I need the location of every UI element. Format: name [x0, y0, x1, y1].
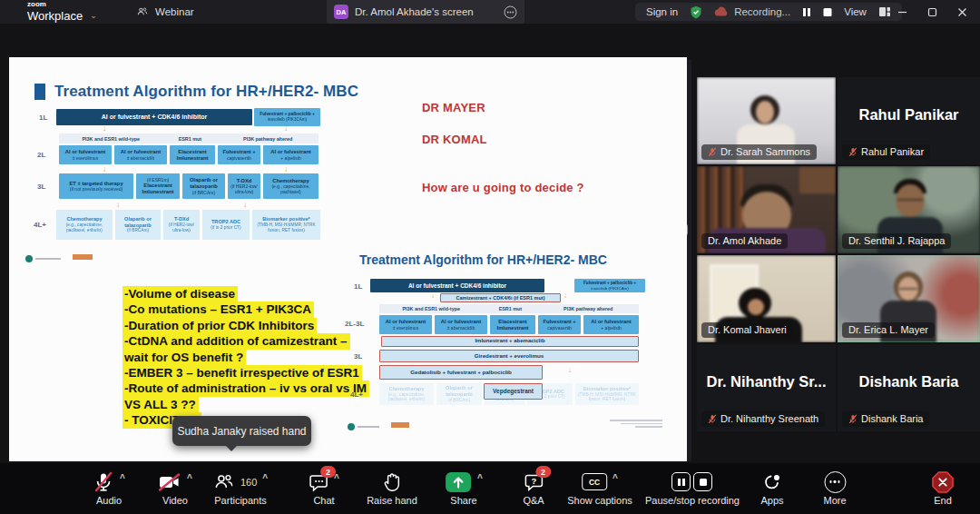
more-options-icon[interactable]	[504, 5, 517, 19]
stop-recording-icon[interactable]	[693, 472, 712, 491]
algo2-row-1l: AI or fulvestrant + CDK4/6 inhibitor	[370, 279, 544, 292]
raise-hand-button[interactable]: Raise hand	[367, 470, 417, 506]
logo-icon	[348, 423, 355, 430]
algo2-title: Treatment Algorithm for HR+/HER2- MBC	[359, 252, 607, 267]
end-meeting-icon	[931, 470, 955, 494]
note-line: -Co mutations – ESR1 + PIK3CA	[122, 301, 314, 317]
down-arrow-icon	[116, 201, 121, 209]
stop-recording-icon[interactable]	[823, 7, 832, 17]
recording-cloud-icon	[714, 6, 729, 17]
video-tile-erica-mayer[interactable]: Dr. Erica L. Mayer	[838, 255, 980, 342]
title-bullet	[34, 84, 45, 100]
imlunestrant-abemaciclib-box: Imlunestrant + abemaciclib	[381, 336, 639, 347]
close-icon[interactable]	[957, 7, 967, 17]
algo2-group-headers: PI3K and ESR1 wild-type ESR1 mut PI3K pa…	[379, 304, 639, 313]
audio-button[interactable]: Audio	[93, 470, 125, 506]
participants-button[interactable]: 160 Participants	[213, 470, 268, 506]
maximize-icon[interactable]	[927, 7, 937, 17]
svg-text:?: ?	[531, 476, 536, 486]
note-line: -Route of administration – iv vs oral vs…	[122, 381, 369, 396]
giredestrant-everolimus-box: Giredestrant + everolimus	[379, 350, 639, 362]
chevron-up-icon[interactable]	[477, 473, 483, 483]
algo1-row-1l: AI or fulvestrant + CDK4/6 inhibitor	[56, 109, 252, 125]
captions-button[interactable]: Show captions	[567, 470, 632, 506]
down-arrow-icon	[284, 124, 289, 133]
highlighted-notes: -Volume of disease -Co mutations – ESR1 …	[122, 286, 369, 429]
fine-print	[610, 420, 662, 428]
algo-box: T-DXd(if HER2-low/ ultra-low)	[163, 210, 200, 240]
video-tile-komal-jhaveri[interactable]: Dr. Komal Jhaveri	[697, 255, 836, 342]
video-tile-sarah-sammons[interactable]: Dr. Sarah Sammons	[697, 77, 836, 164]
chevron-down-icon[interactable]: ⌄	[90, 11, 97, 20]
sign-in-button[interactable]: Sign in	[646, 6, 678, 17]
mic-muted-icon	[708, 147, 717, 157]
down-arrow-icon	[568, 367, 572, 374]
algorithm-2: Treatment Algorithm for HR+/HER2- MBC 1L…	[343, 252, 683, 460]
down-arrow-icon	[243, 201, 248, 209]
zoom-window: zoom Workplace⌄ Webinar DA Dr. Amol Akha…	[0, 0, 980, 514]
video-tile-amol-akhade[interactable]: Dr. Amol Akhade	[697, 166, 836, 253]
qa-button[interactable]: ? 2 Q&A	[523, 470, 544, 506]
slide-logos	[25, 250, 93, 266]
algo-box: AI or fulvestrant + CDK4/6 inhibitor	[56, 109, 252, 125]
note-line: -CtDNA and addition of camizestrant –	[122, 333, 350, 349]
chevron-up-icon[interactable]	[262, 473, 268, 483]
shield-check-icon[interactable]	[690, 5, 702, 19]
down-arrow-icon	[564, 292, 567, 300]
note-line: -Duration of prior CDK Inhibitors	[122, 318, 317, 333]
chevron-up-icon[interactable]	[120, 473, 125, 483]
apps-button[interactable]: Apps	[760, 470, 783, 506]
slide-title-text: Treatment Algorithm for HR+/HER2- MBC	[54, 83, 358, 101]
video-tile-rahul-panikar[interactable]: Rahul Panikar Rahul Panikar	[838, 77, 980, 164]
video-tile-nihanthy-sreenath[interactable]: Dr. Nihanthy Sr... Dr. Nihanthy Sreenath	[697, 344, 836, 431]
video-tile-senthil-rajappa[interactable]: Dr. Senthil J. Rajappa	[838, 166, 980, 253]
titlebar-status-cluster: Sign in Recording... View	[635, 3, 902, 21]
algo-box: Olaparib or talazoparib(if BRCAm)	[115, 210, 161, 240]
algo1-group-headers: PI3K and ESR1 wild-type ESR1 mut PI3K pa…	[59, 133, 318, 143]
name-plate: Dishank Baria	[842, 411, 929, 427]
algo-box: Biomarker positive*(TMB-H, MSI-H/dMMR, N…	[252, 210, 320, 240]
participant-grid: Dr. Sarah Sammons Rahul Panikar Rahul Pa…	[697, 77, 980, 431]
logo-icon	[73, 254, 93, 260]
chat-button[interactable]: 2 Chat	[309, 470, 339, 506]
chevron-up-icon[interactable]	[334, 473, 339, 483]
camizestrant-box: Camizestrant + CDK4/6i (if ESR1 mut)	[440, 293, 561, 302]
share-button[interactable]: Share	[445, 470, 483, 506]
algo-box: AI or fulvestrant± abemaciclib	[435, 315, 487, 334]
raise-hand-icon	[382, 471, 402, 493]
pause-recording-icon[interactable]	[802, 7, 811, 17]
video-tile-dishank-baria[interactable]: Dishank Baria Dishank Baria	[838, 344, 980, 431]
logo-text-placeholder	[35, 258, 61, 260]
chevron-up-icon[interactable]	[612, 473, 618, 483]
zoom-workplace-logo[interactable]: zoom Workplace⌄	[27, 1, 97, 23]
algo-box: Olaparib or talazoparib(if BRCAm)	[182, 173, 225, 199]
down-arrow-icon	[103, 124, 107, 133]
view-layout-icon[interactable]	[878, 6, 891, 17]
note-line: -EMBER 3 – benefit irrespective of ESR1	[122, 365, 362, 381]
row-label-4l: 4L+	[34, 221, 46, 229]
tab-webinar[interactable]: Webinar	[136, 0, 194, 24]
video-button[interactable]: Video	[158, 470, 192, 506]
algo-box: AI or fulvestrant+ alpelisib	[263, 145, 318, 164]
window-controls	[897, 0, 980, 24]
algo1-row-2l: AI or fulvestrant± everolimus AI or fulv…	[59, 145, 318, 164]
row-label-1l: 1L	[39, 114, 47, 122]
minimize-icon[interactable]	[897, 7, 907, 17]
view-button[interactable]: View	[844, 6, 867, 17]
algo-box: Chemotherapy(e.g., capecitabine, paclita…	[56, 210, 113, 240]
pause-stop-recording-button[interactable]: Pause/stop recording	[645, 470, 740, 506]
annotation-question: How are u going to decide ?	[422, 181, 584, 194]
algo-box: Chemotherapy(e.g., capecitabine, paclita…	[263, 173, 318, 199]
algo-box: AI or fulvestrant± everolimus	[379, 315, 432, 334]
slide-title: Treatment Algorithm for HR+/HER2- MBC	[34, 83, 358, 101]
more-icon	[824, 471, 846, 493]
pause-recording-icon[interactable]	[671, 472, 691, 491]
chevron-up-icon[interactable]	[187, 473, 192, 483]
tab-shared-screen[interactable]: DA Dr. Amol Akhade's screen	[327, 0, 524, 24]
algo2-row-1l-side: Fulvestrant + palbociclib + inavolisib (…	[574, 279, 645, 292]
more-button[interactable]: More	[823, 470, 846, 506]
tooltip-tail	[225, 445, 238, 458]
algo-box: TROP2 ADC(if in 2 prior CT)	[202, 210, 250, 240]
end-button[interactable]: End	[931, 470, 955, 506]
algo-box: AI or fulvestrant± everolimus	[59, 145, 112, 164]
